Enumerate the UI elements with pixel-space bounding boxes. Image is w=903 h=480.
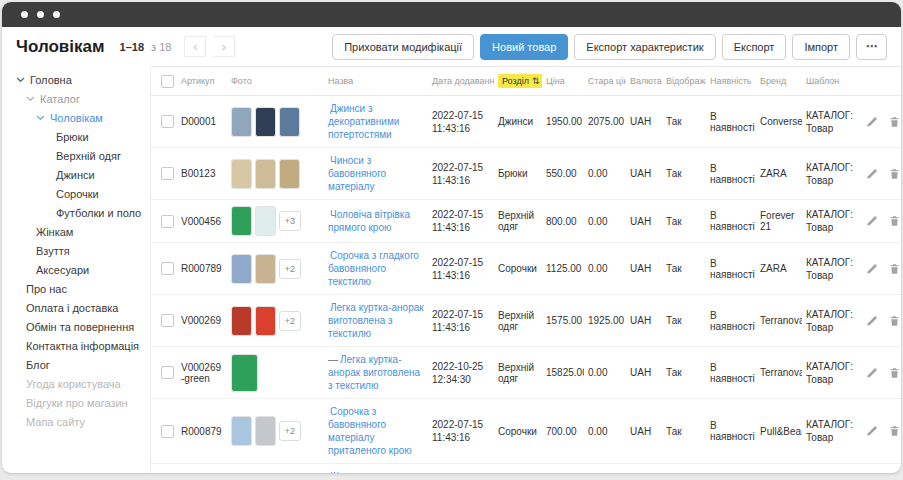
delete-icon[interactable] (889, 168, 900, 180)
edit-icon[interactable] (866, 425, 878, 437)
column-header-actions (862, 67, 901, 96)
sidebar-item-обмін-та-повернення[interactable]: Обмін та повернення (16, 317, 144, 336)
column-header-date[interactable]: Дата додавання (428, 67, 494, 96)
product-section: Джинси (494, 96, 542, 148)
more-photos-badge[interactable]: +3 (279, 211, 301, 231)
column-header-photo[interactable]: Фото (227, 67, 324, 96)
sidebar-item-взуття[interactable]: Взуття (16, 241, 144, 260)
sidebar-item-label: Брюки (56, 131, 89, 143)
sidebar-item-label: Про нас (26, 283, 67, 295)
delete-icon[interactable] (889, 367, 900, 379)
product-name-link[interactable]: Чиноси з бавовняного матеріалу (328, 155, 386, 192)
column-header-display[interactable]: Відображати (662, 67, 706, 96)
sidebar-item-контактна-інформація[interactable]: Контактна інформація (16, 336, 144, 355)
edit-icon[interactable] (866, 315, 878, 327)
product-currency: UAH (626, 243, 662, 295)
sidebar-item-чоловікам[interactable]: Чоловікам (16, 108, 144, 127)
column-header-old-price[interactable]: Стара ціна (584, 67, 626, 96)
app-body: ГоловнаКаталогЧоловікамБрюкиВерхній одяг… (2, 66, 901, 473)
row-checkbox[interactable] (161, 262, 174, 275)
sidebar-item-аксесуари[interactable]: Аксесуари (16, 260, 144, 279)
delete-icon[interactable] (889, 315, 900, 327)
sidebar-item-сорочки[interactable]: Сорочки (16, 184, 144, 203)
pagination-next-button[interactable]: › (213, 36, 235, 57)
sidebar-item-блог[interactable]: Блог (16, 355, 144, 374)
window-control-dot-3[interactable] (53, 11, 60, 18)
new-product-button[interactable]: Новий товар (480, 34, 568, 60)
more-photos-badge[interactable]: +2 (279, 259, 301, 279)
delete-icon[interactable] (889, 263, 900, 275)
more-button[interactable]: ⋯ (856, 34, 887, 60)
product-price: 1125.00 (542, 243, 584, 295)
sidebar-item-джинси[interactable]: Джинси (16, 165, 144, 184)
hide-modifications-button[interactable]: Приховати модифікації (332, 34, 474, 60)
column-header-sku[interactable]: Артикул (177, 67, 227, 96)
sidebar-item-label: Контактна інформація (26, 340, 139, 352)
edit-icon[interactable] (866, 367, 878, 379)
sidebar-item-мапа-сайту[interactable]: Мапа сайту (16, 412, 144, 431)
sidebar-item-брюки[interactable]: Брюки (16, 127, 144, 146)
product-date: 2022-07-1511:43:16 (428, 399, 494, 464)
row-checkbox[interactable] (161, 115, 174, 128)
window-control-dot-2[interactable] (37, 11, 44, 18)
variant-dash: — (328, 354, 338, 365)
select-all-checkbox[interactable] (161, 75, 174, 88)
column-header-section[interactable]: Розділ ⇅ (494, 67, 542, 96)
product-availability: В наявності (706, 295, 756, 347)
product-currency: UAH (626, 464, 662, 474)
edit-icon[interactable] (866, 168, 878, 180)
product-template: КАТАЛОГ:Товар (802, 243, 862, 295)
row-checkbox[interactable] (161, 366, 174, 379)
edit-icon[interactable] (866, 116, 878, 128)
sidebar-item-label: Взуття (36, 245, 70, 257)
product-old-price: 0.00 (584, 347, 626, 399)
product-name-link[interactable]: Легка куртка-анорак виготовлена з тексти… (328, 302, 424, 339)
sidebar-item-відгуки-про-магазин[interactable]: Відгуки про магазин (16, 393, 144, 412)
product-name-link[interactable]: Легка куртка-анорак виготовлена з тексти… (328, 354, 420, 391)
export-button[interactable]: Експорт (722, 34, 787, 60)
row-checkbox[interactable] (161, 425, 174, 438)
delete-icon[interactable] (889, 215, 900, 227)
product-photo-thumbnail (231, 306, 252, 336)
sidebar-item-оплата-і-доставка[interactable]: Оплата і доставка (16, 298, 144, 317)
product-price: 1950.00 (542, 96, 584, 148)
product-photo-thumbnail (255, 416, 276, 446)
product-old-price: 0.00 (584, 243, 626, 295)
pagination-prev-button[interactable]: ‹ (184, 36, 206, 57)
import-button[interactable]: Імпорт (792, 34, 850, 60)
sidebar-item-верхній-одяг[interactable]: Верхній одяг (16, 146, 144, 165)
sorted-column-highlight[interactable]: Розділ ⇅ (498, 74, 542, 88)
product-old-price: 2075.00 (584, 96, 626, 148)
row-checkbox[interactable] (161, 167, 174, 180)
edit-icon[interactable] (866, 263, 878, 275)
sidebar-item-жінкам[interactable]: Жінкам (16, 222, 144, 241)
column-header-currency[interactable]: Валюта (626, 67, 662, 96)
row-checkbox[interactable] (161, 314, 174, 327)
sidebar-item-каталог[interactable]: Каталог (16, 89, 144, 108)
column-header-template[interactable]: Шаблон (802, 67, 862, 96)
column-header-price[interactable]: Ціна (542, 67, 584, 96)
sidebar-item-головна[interactable]: Головна (16, 70, 144, 89)
product-brand: Forever 21 (756, 200, 802, 243)
product-name-link[interactable]: Штани з бавовняного матеріалу прямого кр… (328, 471, 415, 473)
export-characteristics-button[interactable]: Експорт характеристик (574, 34, 715, 60)
sidebar-item-футболки-и-поло[interactable]: Футболки и поло (16, 203, 144, 222)
more-photos-badge[interactable]: +2 (279, 421, 301, 441)
edit-icon[interactable] (866, 215, 878, 227)
column-header-brand[interactable]: Бренд (756, 67, 802, 96)
column-header-availability[interactable]: Наявність (706, 67, 756, 96)
more-photos-badge[interactable]: +2 (279, 311, 301, 331)
sidebar-item-угода-користувача[interactable]: Угода користувача (16, 374, 144, 393)
column-header-name[interactable]: Назва (324, 67, 428, 96)
window-control-dot-1[interactable] (21, 11, 28, 18)
product-name-link[interactable]: Чоловіча вітрівка прямого крою (328, 209, 410, 233)
row-checkbox[interactable] (161, 215, 174, 228)
product-name-link[interactable]: Сорочка з бавовняного матеріалу притален… (328, 406, 412, 456)
sidebar-item-про-нас[interactable]: Про нас (16, 279, 144, 298)
product-name-link[interactable]: Джинси з декоративними потертостями (328, 103, 399, 140)
delete-icon[interactable] (889, 425, 900, 437)
product-date: 2022-07-1511:43:16 (428, 295, 494, 347)
product-old-price: 1925.00 (584, 295, 626, 347)
delete-icon[interactable] (889, 116, 900, 128)
product-name-link[interactable]: Сорочка з гладкого бавовняного текстилю (328, 250, 419, 287)
